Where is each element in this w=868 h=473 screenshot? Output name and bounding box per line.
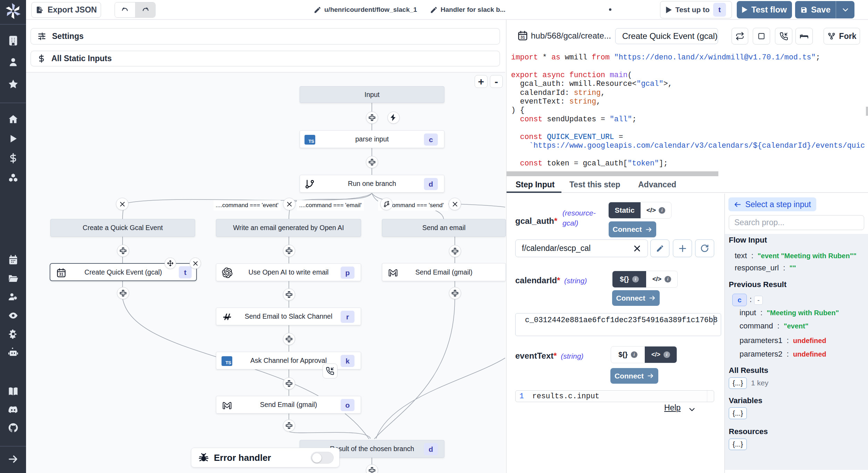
- svg-text:31: 31: [520, 35, 525, 40]
